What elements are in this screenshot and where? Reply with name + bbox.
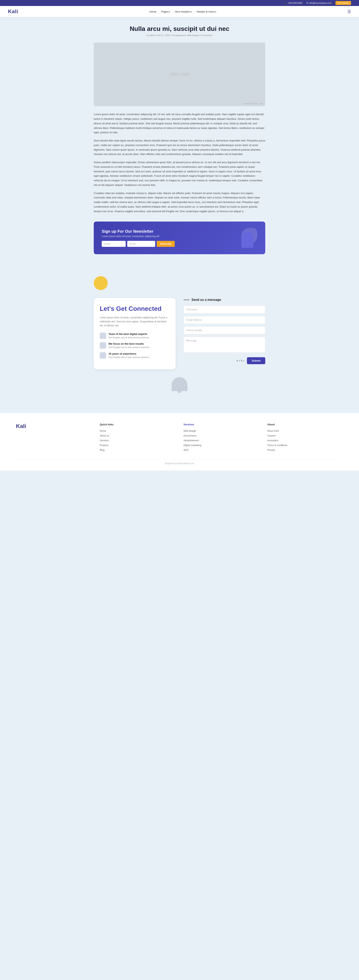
footer-services-col: Services Web design eCommerce Advertisem… (183, 423, 259, 453)
email-input[interactable] (183, 316, 265, 324)
nav-item-home[interactable]: Home (150, 10, 156, 13)
footer-link-projects[interactable]: Projects (100, 444, 176, 447)
post-image-powered: Powered by HTML.COM (243, 103, 263, 105)
footer-link-about-kavi[interactable]: About Kavi (267, 429, 343, 432)
footer-link-about[interactable]: About us (100, 434, 176, 437)
feature-subtitle-3: Sed fringilla nula id ante pulvinar phar… (108, 356, 150, 359)
feature-item-3: 15 years of experience Sed fringilla nul… (100, 352, 169, 359)
post-paragraph-4: Curabitur vitae leo sodales, molestie ma… (94, 191, 265, 214)
person-shape (241, 232, 253, 248)
footer-quick-links-col: Quick links Home About us Services Proje… (100, 423, 176, 453)
feature-text-3: 15 years of experience Sed fringilla nul… (108, 352, 150, 359)
form-header: Send us a message (183, 298, 265, 302)
form-footer: 4 + 5 = Submit (183, 357, 265, 364)
contact-form-section: Send us a message 4 + 5 = Submit (183, 298, 265, 364)
post-image-dimensions: 1000 x 563 (170, 72, 190, 77)
footer-about-col: About About Kavi Careers Innovation Term… (267, 423, 343, 453)
form-header-line (183, 300, 190, 300)
navbar: Kali Home Pages▾ Hero headers▾ Header & … (0, 6, 359, 17)
footer-grid: Kali Quick links Home About us Services … (16, 423, 343, 453)
post-paragraph-3: Donec porttitor ullamcorper imperdiet. D… (94, 160, 265, 188)
hamburger-icon[interactable]: ☰ (348, 9, 351, 14)
connect-card: Let's Get Connected Lorem ipsum dolor si… (94, 298, 176, 369)
chevron-down-icon: ▾ (169, 11, 170, 13)
captcha-text: 4 + 5 = (236, 359, 244, 362)
contact-section: Let's Get Connected Lorem ipsum dolor si… (94, 298, 265, 369)
newsletter-title: Sign up For Our Newsletter (102, 229, 233, 234)
footer-logo-col: Kali (16, 423, 92, 453)
footer-about-title: About (267, 423, 343, 426)
phone-input[interactable] (183, 326, 265, 334)
feature-icon-3 (100, 352, 106, 359)
footer-link-advertisement[interactable]: Advertisement (183, 439, 259, 442)
footer-link-blog[interactable]: Blog (100, 448, 176, 452)
footer-link-terms[interactable]: Terms & conditions (267, 444, 343, 447)
get-started-button[interactable]: Get started (335, 1, 351, 5)
post-image: 1000 x 563 Powered by HTML.COM (94, 43, 265, 106)
bell-decoration (94, 377, 265, 393)
feature-list: Team of the best digital experts Sed fri… (100, 332, 169, 359)
form-header-title: Send us a message (191, 298, 221, 302)
feature-text-1: Team of the best digital experts Sed fri… (108, 332, 150, 339)
footer-logo[interactable]: Kali (16, 423, 92, 430)
bell-handle (177, 391, 182, 393)
feature-item-1: Team of the best digital experts Sed fri… (100, 332, 169, 339)
newsletter-content: Sign up For Our Newsletter Lorem ipsum d… (102, 229, 233, 247)
footer-link-digital-marketing[interactable]: Digital marketing (183, 444, 259, 447)
message-input[interactable] (183, 337, 265, 353)
nav-item-pages[interactable]: Pages▾ (161, 10, 170, 13)
newsletter-email-input[interactable] (127, 241, 155, 247)
footer-copyright: Designed by blankandblown.com (16, 459, 343, 465)
connect-title: Let's Get Connected (100, 305, 169, 312)
bell-body (172, 377, 187, 391)
newsletter-section: Sign up For Our Newsletter Lorem ipsum d… (94, 221, 265, 254)
feature-subtitle-1: Sed fringilla nula id ante pulvinar phar… (108, 336, 150, 339)
feature-subtitle-2: Sed fringilla nula id ante pulvinar phar… (108, 346, 150, 349)
nav-item-header-menu[interactable]: Header & menu▾ (197, 10, 216, 13)
footer-link-innovation[interactable]: Innovation (267, 439, 343, 442)
footer-quick-links: Home About us Services Projects Blog (100, 429, 176, 452)
contact-form: 4 + 5 = Submit (183, 305, 265, 364)
post-paragraph-1: Lorem ipsum dolor sit amet, consectetur … (94, 112, 265, 135)
feature-title-2: We focus on the best results (108, 342, 150, 345)
post-title: Nulla arcu mi, suscipit ut dui nec (94, 25, 265, 32)
footer-link-careers[interactable]: Careers (267, 434, 343, 437)
footer-link-home[interactable]: Home (100, 429, 176, 432)
footer-services-links: Web design eCommerce Advertisement Digit… (183, 429, 259, 452)
footer-link-seo[interactable]: SEO (183, 448, 259, 452)
newsletter-form: Subscribe (102, 241, 233, 247)
footer-link-services[interactable]: Services (100, 439, 176, 442)
email-icon: ✉ (306, 2, 308, 5)
navbar-logo[interactable]: Kali (8, 8, 18, 14)
feature-title-3: 15 years of experience (108, 352, 150, 355)
post-paragraph-2: Duis lobortis felis vitae ligula iaculis… (94, 138, 265, 157)
newsletter-decoration (233, 228, 257, 248)
yellow-circle-decoration (94, 276, 108, 290)
newsletter-subscribe-button[interactable]: Subscribe (157, 241, 175, 247)
page-content: Nulla arcu mi, suscipit ut dui nec by ad… (90, 17, 269, 270)
newsletter-name-input[interactable] (102, 241, 126, 247)
chevron-down-icon: ▾ (191, 11, 192, 13)
phone-number: +815.555.5555 (288, 2, 303, 4)
post-meta: by admin | Oct 21, 2022 | Uncategorized,… (94, 34, 265, 37)
yellow-circle-section (94, 276, 265, 290)
full-name-input[interactable] (183, 305, 265, 313)
footer: Kali Quick links Home About us Services … (0, 413, 359, 471)
top-bar: 📞 +815.555.5555 ✉ info@mycompany.com Get… (0, 0, 359, 6)
email-address: info@mycompany.com (309, 2, 331, 4)
feature-text-2: We focus on the best results Sed fringil… (108, 342, 150, 349)
footer-link-ecommerce[interactable]: eCommerce (183, 434, 259, 437)
footer-services-title: Services (183, 423, 259, 426)
newsletter-description: Lorem ipsum dolor sit amet, consectetur … (102, 235, 233, 238)
feature-item-2: We focus on the best results Sed fringil… (100, 342, 169, 349)
phone-bar-item: 📞 +815.555.5555 (284, 2, 303, 5)
chevron-down-icon: ▾ (215, 11, 216, 13)
email-bar-item: ✉ info@mycompany.com (306, 2, 331, 5)
connect-description: Lorem ipsum dolor sit amet, consectetur … (100, 316, 169, 328)
feature-icon-2 (100, 342, 106, 348)
footer-about-links: About Kavi Careers Innovation Terms & co… (267, 429, 343, 452)
footer-link-webdesign[interactable]: Web design (183, 429, 259, 432)
nav-item-hero-headers[interactable]: Hero headers▾ (175, 10, 192, 13)
footer-link-privacy[interactable]: Privacy (267, 448, 343, 452)
submit-button[interactable]: Submit (247, 357, 265, 364)
